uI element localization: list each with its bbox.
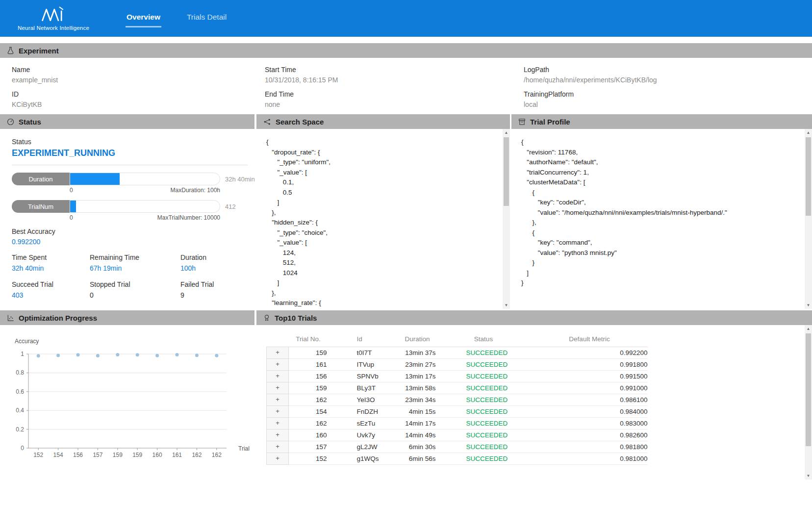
scroll-up-arrow[interactable]: ▲: [805, 325, 812, 332]
scroll-down-arrow[interactable]: ▼: [503, 302, 510, 309]
expand-cell: +: [267, 394, 289, 406]
metric-cell: 0.981000: [532, 453, 648, 465]
duration-cell: 23min 34s: [399, 394, 436, 406]
trialnum-progress: TrialNum412: [12, 200, 254, 213]
duration-max-label: MaxDuration: 100h: [171, 187, 220, 194]
flask-icon: [7, 47, 14, 54]
status-cell: SUCCEEDED: [436, 347, 532, 359]
trial-id-cell: Uvk7y: [328, 429, 399, 441]
trial-row: +154FnDZH4min 15sSUCCEEDED0.984000: [267, 406, 648, 418]
data-point: [136, 353, 139, 356]
stat-value: 67h 19min: [90, 264, 180, 272]
scatter-chart-icon: [7, 314, 14, 322]
x-tick-label: 162: [192, 452, 202, 458]
json-line: {: [521, 188, 802, 198]
trial-no-cell: 161: [289, 359, 328, 371]
trial-row: +159BLy3T13min 58sSUCCEEDED0.991000: [267, 382, 648, 394]
expand-row-button[interactable]: +: [274, 443, 281, 451]
expand-row-button[interactable]: +: [274, 396, 281, 404]
duration-progress: Duration32h 40min: [12, 173, 254, 185]
best-accuracy-value: 0.992200: [12, 238, 254, 246]
trial-id-cell: SPNVb: [328, 371, 399, 382]
scroll-down-arrow[interactable]: ▼: [805, 302, 812, 309]
scroll-up-arrow[interactable]: ▲: [805, 129, 812, 136]
optimization-progress-panel: Optimization Progress 00.20.40.60.81Accu…: [0, 310, 254, 480]
scroll-down-arrow[interactable]: ▼: [805, 472, 812, 480]
optimization-panel-header: Optimization Progress: [0, 310, 254, 325]
scroll-thumb[interactable]: [504, 137, 509, 206]
json-line: "key": "codeDir",: [521, 198, 802, 208]
status-panel: Status Status EXPERIMENT_RUNNING Duratio…: [0, 114, 254, 309]
top10-table-area: Trial No.IdDurationStatusDefault Metric …: [256, 325, 812, 480]
data-point: [116, 353, 119, 356]
accuracy-scatter-chart: 00.20.40.60.81AccuracyTrial1521541561571…: [0, 325, 254, 462]
status-panel-body: Status EXPERIMENT_RUNNING Duration32h 40…: [0, 129, 254, 309]
status-cell: SUCCEEDED: [436, 453, 532, 465]
status-panel-title: Status: [19, 118, 41, 126]
expand-row-button[interactable]: +: [274, 455, 281, 463]
app-logo[interactable]: Neural Network Intelligence: [17, 6, 90, 31]
scroll-up-arrow[interactable]: ▲: [503, 129, 510, 136]
status-cell: SUCCEEDED: [436, 382, 532, 394]
scroll-thumb[interactable]: [806, 333, 811, 446]
logo-title: Neural Network Intelligence: [18, 25, 89, 31]
optimization-title: Optimization Progress: [19, 314, 97, 322]
x-tick-label: 156: [73, 452, 83, 458]
experiment-title: Experiment: [19, 47, 59, 55]
json-line: ]: [521, 268, 802, 278]
stat-value: 9: [180, 291, 254, 299]
gauge-icon: [7, 118, 14, 126]
trial-row: +162YeI3O23min 34sSUCCEEDED0.986100: [267, 394, 648, 406]
search-space-json: { "dropout_rate": { "_type": "uniform", …: [256, 129, 510, 309]
duration-cell: 14min 17s: [399, 418, 436, 429]
status-panel-header: Status: [0, 114, 254, 129]
json-line: },: [266, 208, 500, 218]
x-tick-label: 160: [152, 452, 162, 458]
expand-cell: +: [267, 371, 289, 382]
search-space-scrollbar[interactable]: ▲ ▼: [503, 129, 510, 309]
metric-cell: 0.992200: [532, 347, 648, 359]
progress-bars: Duration32h 40min0MaxDuration: 100hTrial…: [12, 173, 254, 221]
status-stats-grid: Time Spent32h 40minRemaining Time67h 19m…: [12, 253, 254, 299]
duration-min-label: 0: [70, 187, 73, 194]
json-line: {: [266, 137, 500, 148]
stat-failed-trial: Failed Trial9: [180, 280, 254, 299]
expand-row-button[interactable]: +: [274, 373, 281, 380]
json-line: 0.5: [266, 188, 500, 198]
y-tick-label: 0.6: [16, 388, 24, 395]
status-label: Status: [12, 138, 254, 146]
tab-trials-detail[interactable]: Trials Detail: [186, 10, 228, 27]
experiment-field: Nameexample_mnist: [12, 66, 265, 84]
expand-row-button[interactable]: +: [274, 431, 281, 439]
trial-profile-scrollbar[interactable]: ▲ ▼: [805, 129, 812, 309]
expand-row-button[interactable]: +: [274, 384, 281, 392]
status-cell: SUCCEEDED: [436, 418, 532, 429]
tab-overview[interactable]: Overview: [126, 10, 161, 27]
metric-cell: 0.984000: [532, 406, 648, 418]
x-tick-label: 162: [212, 452, 222, 458]
stat-value: 32h 40min: [12, 264, 90, 272]
experiment-field: LogPath/home/quzha/nni/experiments/KCiBy…: [524, 66, 812, 84]
json-line: 512,: [266, 258, 500, 268]
status-cell: SUCCEEDED: [436, 429, 532, 441]
search-space-panel: Search Space { "dropout_rate": { "_type"…: [256, 114, 510, 309]
trial-no-cell: 162: [289, 418, 328, 429]
expand-row-button[interactable]: +: [274, 361, 281, 369]
trial-row: +160Uvk7y14min 49sSUCCEEDED0.982600: [267, 429, 648, 441]
expand-row-button[interactable]: +: [274, 420, 281, 428]
trial-profile-title: Trial Profile: [530, 118, 570, 126]
json-line: "value": "python3 mnist.py": [521, 248, 802, 258]
expand-row-button[interactable]: +: [274, 349, 281, 357]
expand-row-button[interactable]: +: [274, 408, 281, 416]
search-space-panel-header: Search Space: [256, 114, 510, 129]
x-tick-label: 159: [113, 452, 123, 458]
json-line: 124,: [266, 248, 500, 258]
duration-progress-range: 0MaxDuration: 100h: [70, 187, 220, 194]
top10-scrollbar[interactable]: ▲ ▼: [805, 325, 812, 480]
scroll-thumb[interactable]: [806, 137, 811, 216]
column-header-no: Trial No.: [289, 333, 328, 347]
nodes-icon: [263, 118, 271, 126]
y-tick-label: 0.4: [16, 407, 24, 414]
top10-trials-table: Trial No.IdDurationStatusDefault Metric …: [266, 333, 648, 465]
trial-no-cell: 152: [289, 453, 328, 465]
